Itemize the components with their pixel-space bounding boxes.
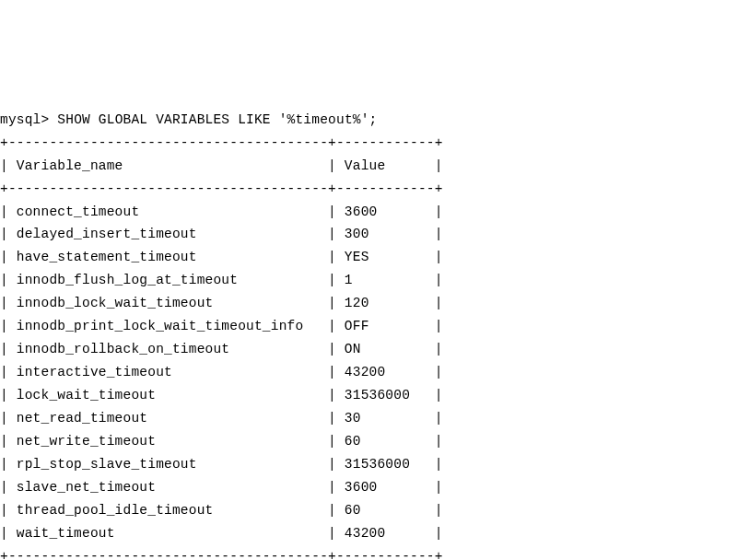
table-border-top: +---------------------------------------… bbox=[0, 135, 443, 150]
table-header-row: | Variable_name | Value | bbox=[0, 158, 443, 173]
table-border-bottom: +---------------------------------------… bbox=[0, 549, 443, 560]
table-border-mid: +---------------------------------------… bbox=[0, 181, 443, 196]
table-body: | connect_timeout | 3600 | | delayed_ins… bbox=[0, 204, 443, 541]
sql-command: SHOW GLOBAL VARIABLES LIKE '%timeout%'; bbox=[57, 112, 377, 127]
mysql-prompt: mysql> bbox=[0, 112, 49, 127]
command-line: mysql> SHOW GLOBAL VARIABLES LIKE '%time… bbox=[0, 112, 377, 127]
mysql-terminal-output: mysql> SHOW GLOBAL VARIABLES LIKE '%time… bbox=[0, 109, 737, 560]
